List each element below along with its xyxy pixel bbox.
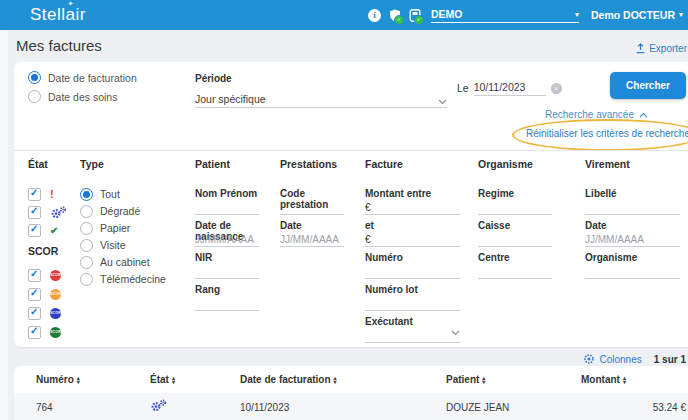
checkbox-checked[interactable] bbox=[28, 326, 41, 339]
date-naissance-input[interactable] bbox=[195, 234, 259, 246]
etat-option-processing bbox=[28, 206, 67, 219]
date-prefix-label: Le bbox=[457, 82, 469, 96]
rang-input[interactable] bbox=[195, 298, 259, 310]
shield-status-icon[interactable] bbox=[389, 9, 401, 22]
card-reader-status-icon[interactable] bbox=[409, 9, 421, 22]
prestations-header: Prestations bbox=[280, 158, 344, 170]
date-input[interactable] bbox=[474, 81, 546, 95]
virement-date-input[interactable] bbox=[585, 234, 680, 246]
sort-icon[interactable] bbox=[77, 376, 80, 384]
type-option-degrade[interactable]: Dégradé bbox=[80, 205, 166, 217]
sort-icon[interactable] bbox=[623, 376, 626, 384]
euro-prefix: € bbox=[365, 234, 371, 246]
checkbox-checked[interactable] bbox=[28, 206, 41, 219]
date-naissance-field: Date de naissance bbox=[195, 220, 259, 247]
virement-organisme-input[interactable] bbox=[585, 266, 680, 278]
caisse-input[interactable] bbox=[478, 234, 552, 246]
check-badge-icon bbox=[394, 15, 404, 25]
field-label: Rang bbox=[195, 284, 259, 296]
sort-icon[interactable] bbox=[482, 376, 485, 384]
export-button[interactable]: Exporter bbox=[635, 43, 687, 54]
code-prestation-input[interactable] bbox=[280, 202, 344, 214]
virement-header: Virement bbox=[585, 158, 680, 170]
pagination-count: 1 sur 1 bbox=[654, 354, 686, 365]
info-icon[interactable]: i bbox=[368, 9, 381, 22]
scor-option-orange: SCOR bbox=[28, 288, 67, 300]
type-option-au-cabinet[interactable]: Au cabinet bbox=[80, 256, 166, 268]
structure-select[interactable]: DEMO ▾ bbox=[431, 8, 579, 23]
cell-patient: DOUZE JEAN bbox=[446, 402, 509, 413]
header-date-facturation[interactable]: Date de facturation bbox=[240, 374, 337, 385]
regime-input[interactable] bbox=[478, 202, 552, 214]
gear-icon bbox=[583, 353, 595, 365]
cell-etat bbox=[150, 399, 167, 414]
header-numero[interactable]: Numéro bbox=[36, 374, 80, 385]
nir-input[interactable] bbox=[195, 266, 259, 278]
header-patient[interactable]: Patient bbox=[446, 374, 485, 385]
periode-select[interactable]: Jour spécifique bbox=[195, 93, 447, 108]
centre-input[interactable] bbox=[478, 266, 552, 278]
montant-min-input[interactable] bbox=[373, 202, 460, 214]
type-option-tout[interactable]: Tout bbox=[80, 188, 166, 200]
prestation-date-input[interactable] bbox=[280, 234, 344, 246]
search-button[interactable]: Chercher bbox=[610, 72, 686, 99]
montant-et-field: et € bbox=[365, 220, 460, 247]
sort-icon[interactable] bbox=[334, 376, 337, 384]
left-edge bbox=[0, 30, 8, 420]
scor-option-blue: SCOR bbox=[28, 307, 67, 319]
cell-date: 10/11/2023 bbox=[240, 402, 289, 413]
columns-button[interactable]: Colonnes bbox=[583, 353, 641, 365]
header-montant[interactable]: Montant bbox=[581, 374, 626, 385]
executant-select[interactable] bbox=[365, 328, 460, 343]
radio-date-facturation[interactable]: Date de facturation bbox=[28, 71, 137, 84]
sort-icon[interactable] bbox=[172, 376, 175, 384]
field-label: NIR bbox=[195, 252, 259, 264]
montant-max-input[interactable] bbox=[373, 234, 460, 246]
montant-entre-field: Montant entre € bbox=[365, 188, 460, 215]
virement-organisme-field: Organisme bbox=[585, 252, 680, 279]
periode-select-value: Jour spécifique bbox=[195, 93, 266, 105]
facture-numero-input[interactable] bbox=[365, 266, 460, 278]
table-row[interactable]: 764 10/11/2023 DOUZE JEAN 53.24 € bbox=[14, 393, 688, 420]
clear-date-icon[interactable] bbox=[551, 83, 562, 94]
cell-numero: 764 bbox=[36, 402, 53, 413]
checkbox-checked[interactable] bbox=[28, 269, 41, 282]
nom-prenom-input[interactable] bbox=[195, 202, 259, 214]
radio-icon bbox=[80, 273, 93, 286]
radio-label: Dégradé bbox=[100, 205, 140, 217]
field-label: Regime bbox=[478, 188, 552, 200]
date-mode-radio-group: Date de facturation Date des soins bbox=[28, 71, 137, 109]
type-option-papier[interactable]: Papier bbox=[80, 222, 166, 234]
checkbox-checked[interactable] bbox=[28, 188, 41, 201]
organisme-header: Organisme bbox=[478, 158, 552, 170]
regime-field: Regime bbox=[478, 188, 552, 215]
header-etat[interactable]: État bbox=[150, 374, 175, 385]
executant-input[interactable] bbox=[365, 330, 460, 342]
field-label: Caisse bbox=[478, 220, 552, 232]
radio-icon bbox=[80, 222, 93, 235]
periode-label: Période bbox=[195, 73, 232, 84]
radio-selected-icon bbox=[28, 71, 41, 84]
type-option-telemedecine[interactable]: Télémédecine bbox=[80, 273, 166, 285]
etat-option-ok: ✔ bbox=[28, 224, 67, 237]
checkbox-checked[interactable] bbox=[28, 288, 41, 301]
scor-option-red: SCOR bbox=[28, 269, 67, 281]
checkbox-checked[interactable] bbox=[28, 307, 41, 320]
field-label: Code prestation bbox=[280, 188, 344, 200]
numero-lot-input[interactable] bbox=[365, 298, 460, 310]
user-menu[interactable]: Demo DOCTEUR ▾ bbox=[591, 9, 683, 21]
advanced-search-toggle[interactable]: Recherche avancée bbox=[545, 109, 648, 120]
periode-field: Période Jour spécifique bbox=[195, 68, 447, 108]
type-option-visite[interactable]: Visite bbox=[80, 239, 166, 251]
cell-montant: 53.24 € bbox=[653, 402, 686, 413]
radio-label: Papier bbox=[100, 222, 130, 234]
libelle-input[interactable] bbox=[585, 202, 680, 214]
warning-icon: ! bbox=[50, 189, 54, 200]
rang-field: Rang bbox=[195, 284, 259, 311]
specific-date-field: Le bbox=[457, 77, 562, 96]
radio-date-soins[interactable]: Date des soins bbox=[28, 90, 137, 103]
reset-criteria-link[interactable]: Réinitialiser les critères de recherche bbox=[526, 128, 688, 139]
checkbox-checked[interactable] bbox=[28, 224, 41, 237]
chevron-up-icon bbox=[639, 112, 648, 118]
table-header-row: Numéro État Date de facturation Patient … bbox=[14, 366, 688, 394]
